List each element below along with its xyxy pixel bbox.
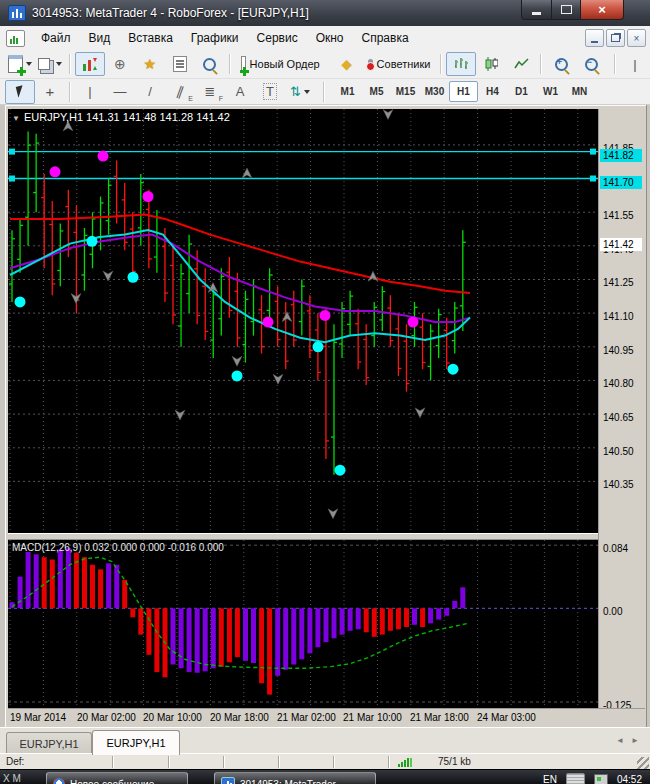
sell-dot	[143, 191, 154, 202]
profiles-button[interactable]	[35, 52, 65, 76]
text-button[interactable]: A	[225, 80, 255, 104]
macd-bar	[404, 608, 409, 627]
market-watch-button[interactable]	[75, 52, 105, 76]
cursor-button[interactable]	[5, 80, 35, 104]
fibonacci-button[interactable]: ≣F	[195, 80, 225, 104]
toolbar-separator	[229, 54, 231, 74]
candlestick-chart-button[interactable]	[476, 52, 506, 76]
menu-file[interactable]: Файл	[32, 28, 80, 48]
trendline-button[interactable]: /	[135, 80, 165, 104]
menu-help[interactable]: Справка	[353, 28, 418, 48]
price-tick-label: 140.35	[603, 479, 634, 490]
macd-bar	[380, 608, 385, 634]
arrows-tool-icon: ⇅	[290, 84, 301, 99]
chart-system-icon[interactable]	[6, 30, 25, 47]
text-label-button[interactable]: T	[255, 80, 285, 104]
channel-button[interactable]: ∥E	[165, 80, 195, 104]
terminal-button[interactable]	[165, 52, 195, 76]
menu-charts[interactable]: Графики	[182, 28, 248, 48]
keyboard-icon[interactable]	[566, 773, 585, 784]
new-chart-dropdown-icon	[26, 62, 32, 66]
menu-view[interactable]: Вид	[80, 28, 120, 48]
price-axis[interactable]: 141.85141.70141.55141.40141.25141.10140.…	[598, 109, 645, 708]
mdi-close-button[interactable]: ×	[627, 29, 646, 47]
tab-scroll-right-icon[interactable]: ►	[631, 736, 639, 745]
sell-dot	[50, 166, 61, 177]
mdi-minimize-button[interactable]	[585, 29, 604, 47]
macd-bar	[187, 608, 192, 672]
time-axis[interactable]: 19 Mar 201420 Mar 02:0020 Mar 10:0020 Ma…	[8, 708, 645, 727]
macd-bar	[211, 608, 216, 668]
macd-bar	[18, 577, 23, 609]
expert-advisors-button[interactable]: Советники	[362, 52, 437, 76]
chart-tab-0[interactable]: EURJPY,H1	[6, 732, 92, 755]
timeframe-d1[interactable]: D1	[507, 81, 536, 102]
data-window-button[interactable]: ⊕	[105, 52, 135, 76]
navigator-button[interactable]: ★	[135, 52, 165, 76]
collapse-icon[interactable]: ▼	[12, 114, 20, 123]
buy-dot	[448, 364, 459, 375]
main-price-chart[interactable]: ▼EURJPY,H1 141.31 141.48 141.28 141.42	[8, 109, 598, 533]
vertical-line-button[interactable]: |	[75, 80, 105, 104]
connection-bars-icon	[398, 758, 412, 767]
timeframe-m1[interactable]: M1	[333, 81, 362, 102]
macd-bar	[259, 608, 264, 683]
timeframe-mn[interactable]: MN	[565, 81, 594, 102]
maximize-button[interactable]	[552, 0, 581, 20]
timeframe-w1[interactable]: W1	[536, 81, 565, 102]
buy-dot	[15, 296, 26, 307]
timeframe-m15[interactable]: M15	[391, 81, 420, 102]
arrows-button[interactable]: ⇅	[285, 80, 315, 104]
macd-bar	[106, 563, 111, 608]
network-icon[interactable]	[594, 774, 608, 784]
timeframe-m5[interactable]: M5	[362, 81, 391, 102]
macd-header: MACD(12,26,9) 0.032 0.000 0.000 -0.016 0…	[12, 542, 224, 553]
tab-scroll-left-icon[interactable]: ◄	[616, 736, 624, 745]
metaeditor-button[interactable]: ◆	[332, 52, 362, 76]
horizontal-line-button[interactable]: —	[105, 80, 135, 104]
minimize-button[interactable]	[521, 0, 552, 20]
time-axis-label: 20 Mar 10:00	[143, 712, 202, 723]
panel-splitter[interactable]	[8, 533, 644, 540]
crosshair-icon: +	[46, 83, 55, 100]
macd-bar	[243, 608, 248, 661]
zoom-in-button[interactable]: +	[546, 52, 576, 76]
language-indicator[interactable]: EN	[543, 774, 557, 784]
macd-bar	[324, 608, 329, 642]
level-price-badge: 141.82	[600, 149, 642, 162]
macd-canvas	[8, 540, 598, 708]
timeframe-h4[interactable]: H4	[478, 81, 507, 102]
macd-bar	[299, 608, 304, 659]
macd-bar	[388, 608, 393, 631]
crosshair-button[interactable]: +	[35, 80, 65, 104]
new-order-button[interactable]: Новый Ордер	[235, 52, 326, 76]
line-chart-button[interactable]	[506, 52, 536, 76]
taskbar-button-metatrader[interactable]: 3014953: MetaTrader	[214, 772, 376, 784]
clock[interactable]: 04:52	[617, 774, 642, 784]
macd-bar	[50, 560, 55, 609]
taskbar-button-message[interactable]: Новое сообщение	[46, 772, 188, 784]
resize-grip[interactable]	[637, 757, 649, 769]
buy-dot	[232, 370, 243, 381]
menu-insert[interactable]: Вставка	[119, 28, 182, 48]
menu-window[interactable]: Окно	[307, 28, 353, 48]
chart-tab-1[interactable]: EURJPY,H1	[92, 730, 180, 755]
macd-bar	[332, 608, 337, 638]
cursor-icon	[15, 85, 24, 97]
new-chart-button[interactable]	[5, 52, 35, 76]
price-bars	[9, 131, 466, 474]
close-button[interactable]: ×	[581, 0, 624, 20]
macd-bar	[307, 608, 312, 653]
time-axis-label: 20 Mar 02:00	[77, 712, 136, 723]
timeframe-m30[interactable]: M30	[420, 81, 449, 102]
strategy-tester-button[interactable]	[195, 52, 225, 76]
mdi-restore-button[interactable]	[606, 29, 625, 47]
timeframe-h1[interactable]: H1	[449, 81, 478, 102]
macd-indicator-panel[interactable]: MACD(12,26,9) 0.032 0.000 0.000 -0.016 0…	[8, 540, 598, 708]
bar-chart-button[interactable]	[446, 52, 476, 76]
zoom-out-button[interactable]: −	[576, 52, 606, 76]
mdi-restore-icon	[611, 34, 620, 42]
indicators-button[interactable]: |	[620, 52, 650, 76]
traffic-label: 75/1 kb	[438, 756, 471, 767]
menu-service[interactable]: Сервис	[248, 28, 307, 48]
